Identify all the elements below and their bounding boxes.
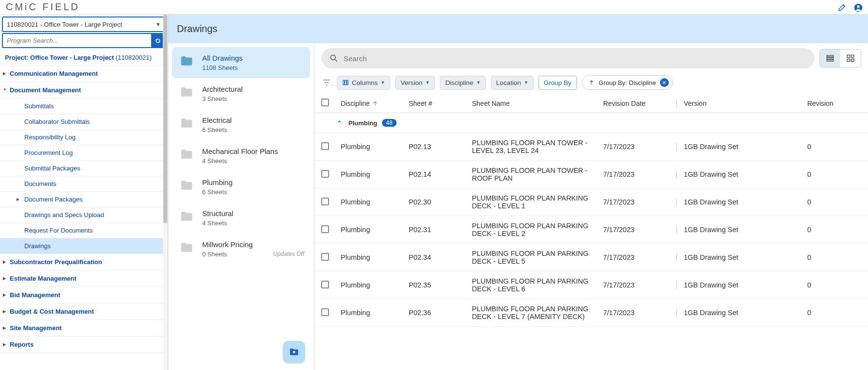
- nav-drawings[interactable]: Drawings: [0, 238, 168, 254]
- cell-revision-date: 7/17/2023: [603, 281, 676, 289]
- nav-submittals[interactable]: Submittals: [0, 99, 168, 114]
- columns-button[interactable]: Columns▼: [337, 76, 390, 90]
- folder-mechanical[interactable]: Mechanical Floor Plans 4 Sheets: [172, 140, 310, 171]
- folder-name: Electrical: [202, 116, 304, 124]
- row-checkbox[interactable]: [321, 225, 329, 233]
- svg-rect-6: [847, 55, 850, 57]
- nav-subcontractor-prequalification[interactable]: Subcontractor Prequalification: [0, 254, 168, 270]
- table-row[interactable]: PlumbingP02.14PLUMBING FLOOR PLAN TOWER …: [314, 161, 868, 188]
- col-sheet-num[interactable]: Sheet #: [409, 100, 472, 107]
- folder-icon: [178, 85, 195, 100]
- folder-all-drawings[interactable]: All Drawings 1108 Sheets: [172, 47, 310, 78]
- drawings-search-input[interactable]: [344, 54, 807, 63]
- project-select[interactable]: 110820021 - Office Tower - Large Project…: [2, 17, 166, 32]
- arrow-up-icon: [588, 79, 595, 86]
- nav-budget-cost-management[interactable]: Budget & Cost Management: [0, 303, 168, 320]
- nav-document-packages[interactable]: Document Packages: [0, 192, 168, 207]
- folder-name: All Drawings: [202, 54, 304, 62]
- app-brand: CMiC FIELD: [6, 1, 80, 13]
- nav-procurement-log[interactable]: Procurement Log: [0, 145, 168, 161]
- folder-meta: 4 Sheets: [202, 157, 304, 165]
- grid-view-button[interactable]: [840, 50, 861, 67]
- nav-bid-management[interactable]: Bid Management: [0, 287, 168, 303]
- row-checkbox[interactable]: [321, 253, 329, 261]
- col-discipline[interactable]: Discipline: [341, 100, 370, 107]
- row-checkbox[interactable]: [321, 281, 329, 288]
- nav-collaborator-submittals[interactable]: Collaborator Submittals: [0, 114, 168, 130]
- filter-icon[interactable]: [321, 77, 332, 88]
- nav-communication-management[interactable]: Communication Management: [0, 66, 168, 82]
- row-checkbox[interactable]: [321, 308, 329, 316]
- folder-millwork[interactable]: Millwork Pricing 0 Sheets Updates Off: [172, 234, 310, 265]
- folder-icon: [178, 116, 195, 131]
- groupby-chip[interactable]: Group By: Discipline ✕: [582, 75, 673, 90]
- table-row[interactable]: PlumbingP02.36PLUMBING FLOOR PLAN PARKIN…: [314, 299, 868, 327]
- list-view-button[interactable]: [820, 50, 840, 67]
- row-checkbox[interactable]: [321, 198, 329, 205]
- folder-plumbing[interactable]: Plumbing 6 Sheets: [172, 171, 310, 202]
- group-row-plumbing[interactable]: ⌃ Plumbing 48: [314, 113, 868, 133]
- cell-revision: 0: [802, 198, 861, 206]
- cell-version: 1GB Drawing Set: [676, 226, 802, 234]
- cell-sheet-num: P02.30: [409, 198, 472, 206]
- table-row[interactable]: PlumbingP02.13PLUMBING FLOOR PLAN TOWER …: [314, 133, 868, 161]
- cell-revision: 0: [802, 309, 861, 317]
- table-row[interactable]: PlumbingP02.31PLUMBING FLOOR PLAN PARKIN…: [314, 216, 868, 244]
- sidebar-scrollbar[interactable]: [163, 15, 168, 370]
- folder-meta: 0 Sheets: [202, 251, 227, 258]
- row-checkbox[interactable]: [321, 142, 329, 150]
- cell-revision-date: 7/17/2023: [603, 143, 676, 151]
- collapse-icon[interactable]: ⌃: [335, 119, 344, 127]
- folder-icon: [178, 240, 195, 255]
- user-icon[interactable]: [853, 3, 862, 12]
- cell-discipline: Plumbing: [341, 253, 409, 261]
- program-search-input[interactable]: [3, 34, 151, 47]
- version-filter[interactable]: Version▼: [395, 76, 435, 90]
- select-all-checkbox[interactable]: [321, 99, 329, 106]
- nav-drawings-specs-upload[interactable]: Drawings and Specs Upload: [0, 207, 168, 223]
- nav-document-management[interactable]: Document Management: [0, 82, 168, 99]
- table-row[interactable]: PlumbingP02.34PLUMBING FLOOR PLAN PARKIN…: [314, 244, 868, 271]
- folder-architectural[interactable]: Architectural 3 Sheets: [172, 78, 310, 109]
- discipline-filter[interactable]: Discipline▼: [440, 76, 486, 90]
- cell-sheet-name: PLUMBING FLOOR PLAN TOWER - LEVEL 23, LE…: [472, 139, 603, 154]
- row-checkbox[interactable]: [321, 170, 329, 178]
- location-filter[interactable]: Location▼: [491, 76, 534, 90]
- cell-revision: 0: [802, 281, 861, 289]
- svg-point-1: [857, 5, 859, 7]
- cell-revision: 0: [802, 170, 861, 178]
- folder-name: Mechanical Floor Plans: [202, 147, 304, 155]
- add-folder-button[interactable]: [283, 341, 305, 363]
- page-title: Drawings: [177, 23, 217, 34]
- remove-chip-icon[interactable]: ✕: [660, 78, 669, 87]
- nav-responsibility-log[interactable]: Responsibility Log: [0, 130, 168, 145]
- col-revision-date[interactable]: Revision Date: [603, 100, 676, 107]
- folder-icon: [178, 209, 195, 224]
- folder-icon: [178, 54, 195, 68]
- folder-structural[interactable]: Structural 4 Sheets: [172, 202, 310, 234]
- nav-documents[interactable]: Documents: [0, 176, 168, 192]
- folder-name: Structural: [202, 209, 304, 218]
- group-count-badge: 48: [382, 119, 396, 127]
- nav-reports[interactable]: Reports: [0, 336, 168, 353]
- cell-revision: 0: [802, 226, 861, 234]
- col-revision[interactable]: Revision: [802, 100, 861, 107]
- nav-request-for-documents[interactable]: Request For Documents: [0, 223, 168, 238]
- groupby-button[interactable]: Group By: [538, 76, 577, 90]
- folder-meta: 1108 Sheets: [202, 64, 304, 71]
- folder-name: Millwork Pricing: [202, 240, 304, 249]
- col-version[interactable]: Version: [676, 100, 802, 107]
- drawings-search[interactable]: [321, 48, 815, 68]
- cell-version: 1GB Drawing Set: [676, 309, 802, 317]
- nav-submittal-packages[interactable]: Submittal Packages: [0, 161, 168, 176]
- table-row[interactable]: PlumbingP02.35PLUMBING FLOOR PLAN PARKIN…: [314, 271, 868, 299]
- col-sheet-name[interactable]: Sheet Name: [472, 100, 603, 107]
- nav-estimate-management[interactable]: Estimate Management: [0, 270, 168, 287]
- svg-rect-10: [343, 80, 345, 84]
- folder-meta: 6 Sheets: [202, 188, 304, 196]
- folder-updates-status: Updates Off: [273, 251, 304, 258]
- folder-electrical[interactable]: Electrical 6 Sheets: [172, 109, 310, 140]
- table-row[interactable]: PlumbingP02.30PLUMBING FLOOR PLAN PARKIN…: [314, 188, 868, 216]
- edit-icon[interactable]: [838, 3, 847, 12]
- nav-site-management[interactable]: Site Management: [0, 320, 168, 336]
